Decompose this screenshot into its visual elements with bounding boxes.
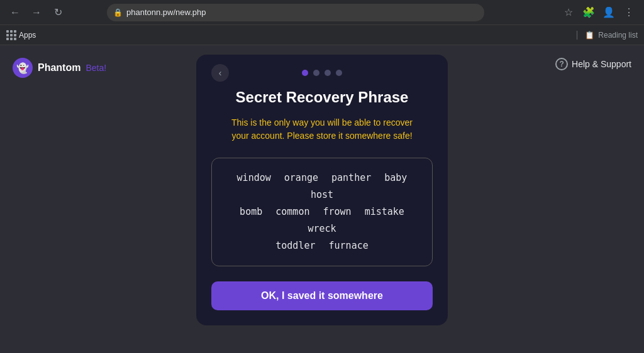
reading-list[interactable]: 📋 Reading list	[577, 31, 638, 40]
phrase-line-1: window orange panther baby host	[237, 172, 408, 200]
forward-button[interactable]: →	[28, 4, 45, 21]
back-button[interactable]: ←	[6, 4, 24, 21]
help-support[interactable]: ? Help & Support	[555, 58, 631, 70]
address-bar[interactable]: 🔒 phantonn.pw/new.php	[107, 4, 484, 21]
warning-text: This is the only way you will be able to…	[231, 117, 413, 141]
apps-label: Apps	[19, 31, 36, 40]
phrase-line-3: toddler furnace	[275, 240, 368, 251]
phrase-box: window orange panther baby host bomb com…	[211, 158, 433, 266]
lock-icon: 🔒	[113, 8, 123, 17]
page-content: 👻 Phantom Beta! ? Help & Support ‹ Secre…	[0, 45, 644, 353]
ok-saved-button[interactable]: OK, I saved it somewhere	[211, 281, 433, 310]
phrase-text: window orange panther baby host bomb com…	[225, 170, 419, 254]
dot-1	[302, 70, 308, 76]
profile-button[interactable]: 👤	[600, 4, 618, 21]
phantom-logo: 👻	[13, 58, 33, 78]
recovery-phrase-card: ‹ Secret Recovery Phrase This is the onl…	[196, 55, 448, 325]
reading-list-label: Reading list	[598, 31, 638, 40]
star-button[interactable]: ☆	[560, 4, 577, 21]
card-title: Secret Recovery Phrase	[211, 89, 433, 106]
extensions-button[interactable]: 🧩	[580, 4, 597, 21]
help-icon: ?	[555, 58, 568, 70]
phantom-name: Phantom	[38, 62, 80, 73]
url-text: phantonn.pw/new.php	[126, 8, 478, 17]
dot-4	[336, 70, 342, 76]
help-label: Help & Support	[572, 59, 631, 69]
nav-controls: ← → ↻	[6, 4, 67, 21]
card-back-button[interactable]: ‹	[211, 64, 229, 82]
browser-action-buttons: ☆ 🧩 👤 ⋮	[560, 4, 638, 21]
phantom-beta: Beta!	[86, 63, 106, 73]
bookmarks-bar: Apps 📋 Reading list	[0, 25, 644, 45]
reload-button[interactable]: ↻	[49, 4, 67, 21]
browser-chrome: ← → ↻ 🔒 phantonn.pw/new.php ☆ 🧩 👤 ⋮	[0, 0, 644, 25]
menu-button[interactable]: ⋮	[620, 4, 638, 21]
phrase-line-2: bomb common frown mistake wreck	[240, 206, 404, 234]
dot-2	[313, 70, 319, 76]
card-warning: This is the only way you will be able to…	[211, 116, 433, 143]
apps-grid-icon	[6, 30, 16, 40]
dots-navigation: ‹	[211, 70, 433, 76]
apps-item[interactable]: Apps	[6, 30, 36, 40]
dot-3	[325, 70, 331, 76]
phantom-logo-icon: 👻	[16, 62, 29, 74]
phantom-header: 👻 Phantom Beta!	[13, 58, 106, 78]
reading-list-icon: 📋	[585, 31, 594, 40]
